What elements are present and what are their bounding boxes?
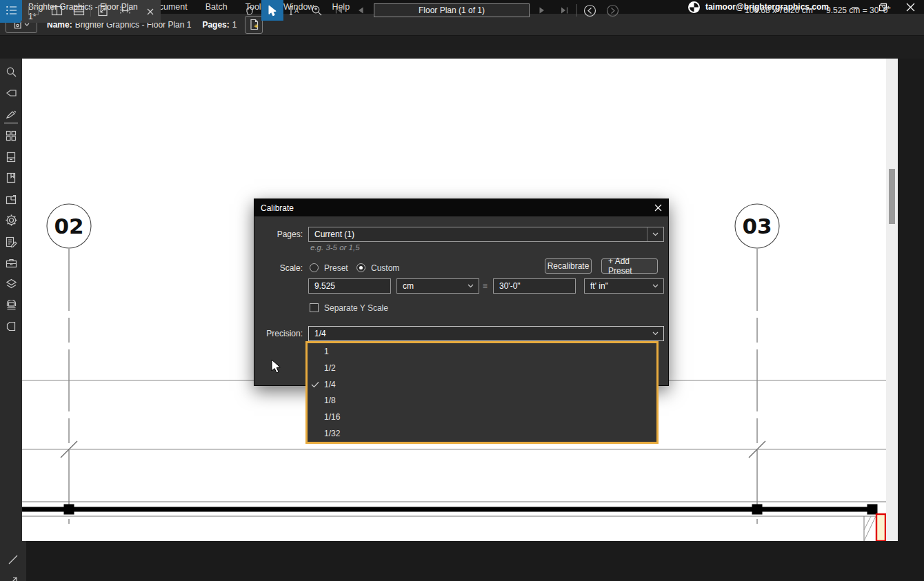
single-pane-button[interactable] [22,0,44,21]
next-view-button[interactable] [601,0,623,21]
dialog-title: Calibrate [261,203,294,213]
revu-logo-icon [688,1,700,13]
dialog-close-icon[interactable] [654,204,662,212]
toolbar-divider [90,4,91,17]
fit-page-button[interactable] [92,0,114,21]
tab-bar: Brighter Graphics - Floor Plan 1* [0,36,924,59]
prev-page-icon [357,6,364,14]
markup-toolbar: A [0,541,26,581]
to-value-input[interactable]: 30'-0" [493,278,576,294]
sidebar-thumbnails-button[interactable] [0,125,22,146]
next-page-button[interactable] [531,0,553,21]
vertical-scrollbar[interactable] [886,59,898,541]
precision-option-1[interactable]: 1 [308,343,656,360]
page-indicator[interactable]: Floor Plan (1 of 1) [374,3,530,17]
red-markup-region [876,514,885,541]
line-icon [8,554,19,565]
first-page-button[interactable] [328,0,350,21]
recalibrate-button[interactable]: Recalibrate [545,258,592,274]
to-unit-select[interactable]: ft' in" [584,278,664,294]
text-select-tool-button[interactable]: A [283,0,305,21]
tab-close-icon[interactable] [147,8,154,15]
dialog-title-bar[interactable]: Calibrate [254,199,668,216]
sidebar-properties-button[interactable] [0,210,22,232]
pen-nib-icon [6,109,17,119]
fit-width-button[interactable] [114,0,136,21]
sidebar-layers-button[interactable] [0,274,22,295]
sidebar-file-access-button[interactable] [0,146,22,167]
sidebar-tool-chest-button[interactable] [0,252,22,274]
sidebar-bookmarks-button[interactable] [0,167,22,189]
close-window-button[interactable] [896,0,924,14]
sidebar-links-button[interactable] [0,316,22,338]
zoom-tool-button[interactable] [305,0,328,21]
last-page-icon [560,6,569,14]
pan-tool-button[interactable] [239,0,261,21]
custom-radio[interactable] [356,263,365,272]
pages-count: 1 [232,20,237,30]
pages-hint: e.g. 3-5 or 1,5 [310,243,360,252]
split-horizontal-button[interactable] [68,0,90,21]
tool-arrow[interactable] [0,571,26,581]
add-preset-label: + Add Preset [608,256,651,276]
option-label: 1/16 [324,412,340,422]
select-tool-button[interactable] [261,0,283,21]
hatch-line-1 [864,516,876,541]
dialog-pages-label: Pages: [254,227,303,242]
scrollbar-thumb[interactable] [889,169,895,224]
pages-select[interactable]: Current (1) [308,227,664,242]
sidebar-sets-button[interactable] [0,295,22,316]
zoom-icon [311,5,323,17]
dialog-scale-label: Scale: [254,261,303,276]
svg-text:A: A [294,8,299,14]
arrow-icon [8,575,19,581]
to-unit-value: ft' in" [585,281,647,291]
precision-option-1-32[interactable]: 1/32 [308,425,656,442]
sidebar-markups-list-button[interactable] [0,231,22,252]
forward-circle-icon [606,4,619,17]
mouse-cursor [271,360,283,375]
separate-y-checkbox[interactable] [310,303,319,312]
preset-radio-label[interactable]: Preset [324,261,348,276]
page-indicator-label: Floor Plan (1 of 1) [419,6,485,15]
markups-list-toggle[interactable] [0,0,22,21]
tool-line[interactable] [0,549,26,571]
split-vertical-button[interactable] [46,0,68,21]
separate-y-label[interactable]: Separate Y Scale [324,300,388,316]
precision-select[interactable]: 1/4 [308,326,664,341]
pages-label: Pages: [202,20,229,30]
precision-option-1-8[interactable]: 1/8 [308,392,656,409]
from-value-input[interactable]: 9.525 [308,278,391,294]
from-unit-value: cm [397,281,462,291]
markup-summary-icon [6,236,17,247]
select-arrow-icon [268,5,277,17]
from-unit-select[interactable]: cm [396,278,479,294]
option-label: 1/2 [324,363,336,373]
sidebar-markup-pen-button[interactable] [0,104,22,125]
custom-radio-label[interactable]: Custom [371,261,399,276]
chevron-down-icon [24,23,30,26]
sidebar-tags-button[interactable] [0,83,22,104]
recalibrate-label: Recalibrate [548,261,590,271]
sets-icon [6,300,17,311]
split-vertical-icon [51,6,63,16]
option-label: 1 [324,347,329,356]
precision-option-1-16[interactable]: 1/16 [308,409,656,425]
sidebar-spaces-button[interactable] [0,189,22,210]
scale-text: 9.525 cm = 30'-0" [826,0,891,21]
precision-select-chevron-icon [647,327,663,340]
gear-icon [6,214,17,226]
sidebar-search-button[interactable] [0,61,22,83]
toolbar-divider [576,4,577,17]
precision-option-1-4[interactable]: 1/4 [308,376,656,393]
menu-batch[interactable]: Batch [197,0,237,14]
split-horizontal-icon [73,6,85,16]
precision-option-1-2[interactable]: 1/2 [308,360,656,376]
to-unit-chevron-icon [647,279,663,293]
prev-page-button[interactable] [350,0,372,21]
last-page-button[interactable] [553,0,575,21]
preset-radio[interactable] [310,263,319,272]
precision-dropdown-list: 1 1/2 1/4 1/8 1/16 1/32 [305,341,659,444]
previous-view-button[interactable] [579,0,601,21]
add-preset-button[interactable]: + Add Preset [601,258,658,274]
